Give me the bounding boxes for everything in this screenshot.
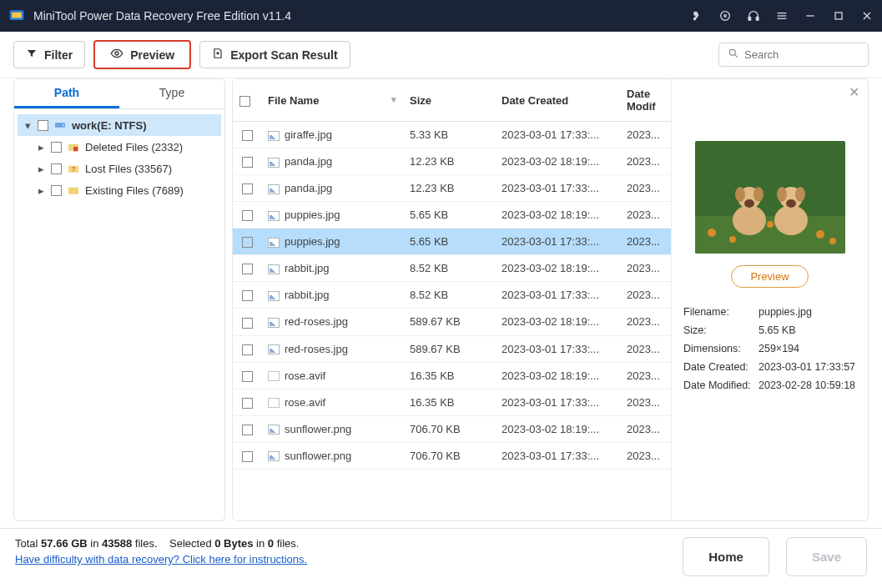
row-checkbox[interactable]	[242, 425, 253, 435]
table-row[interactable]: giraffe.jpg5.33 KB2023-03-01 17:33:...20…	[233, 122, 671, 148]
file-date-modified: 2023...	[620, 442, 671, 469]
col-date-created[interactable]: Date Created	[495, 79, 620, 122]
row-checkbox[interactable]	[242, 210, 253, 221]
checkbox[interactable]	[51, 142, 62, 153]
preview-label: Preview	[130, 48, 174, 62]
file-date-created: 2023-03-02 18:19:...	[495, 415, 620, 442]
svg-point-38	[795, 187, 805, 202]
svg-point-25	[708, 229, 716, 237]
svg-rect-19	[73, 147, 78, 151]
table-row[interactable]: rose.avif16.35 KB2023-03-01 17:33:...202…	[233, 389, 671, 415]
meta-dim-key: Dimensions:	[683, 343, 759, 354]
meta-created-val: 2023-03-01 17:33:57	[759, 361, 856, 373]
chevron-right-icon[interactable]: ▸	[36, 163, 46, 175]
file-date-created: 2023-03-01 17:33:...	[495, 175, 620, 202]
row-checkbox[interactable]	[242, 318, 253, 329]
file-date-modified: 2023...	[620, 122, 671, 148]
table-row[interactable]: rose.avif16.35 KB2023-03-02 18:19:...202…	[233, 362, 671, 389]
file-type-icon	[268, 451, 280, 461]
meta-filename-key: Filename:	[683, 306, 759, 318]
col-filename[interactable]: File Name▾	[261, 79, 403, 122]
row-checkbox[interactable]	[242, 183, 253, 194]
tree: ▾ work(E: NTFS) ▸ Deleted Files (2332) ▸…	[14, 109, 224, 206]
svg-rect-8	[778, 18, 787, 19]
svg-text:?: ?	[72, 166, 75, 172]
tree-root[interactable]: ▾ work(E: NTFS)	[18, 114, 221, 136]
table-row[interactable]: sunflower.png706.70 KB2023-03-02 18:19:.…	[233, 415, 671, 442]
tree-item-label: Lost Files (33567)	[85, 163, 172, 175]
tree-item-deleted[interactable]: ▸ Deleted Files (2332)	[18, 136, 221, 158]
search-input[interactable]	[744, 48, 882, 61]
minimize-icon[interactable]	[804, 9, 817, 23]
help-link[interactable]: Have difficulty with data recovery? Clic…	[15, 553, 307, 565]
key-icon[interactable]	[690, 9, 703, 23]
disc-icon[interactable]	[718, 9, 732, 23]
maximize-icon[interactable]	[832, 9, 845, 23]
menu-icon[interactable]	[775, 9, 789, 23]
row-checkbox[interactable]	[242, 398, 253, 409]
col-size[interactable]: Size	[403, 79, 495, 122]
svg-line-15	[735, 55, 738, 58]
meta-dim-val: 259×194	[759, 343, 856, 354]
file-size: 8.52 KB	[403, 282, 495, 309]
preview-button[interactable]: Preview	[93, 40, 191, 69]
svg-point-29	[767, 221, 774, 228]
tab-type[interactable]: Type	[119, 79, 224, 108]
chevron-right-icon[interactable]: ▸	[36, 184, 46, 197]
table-row[interactable]: red-roses.jpg589.67 KB2023-03-02 18:19:.…	[233, 309, 671, 335]
file-name: panda.jpg	[285, 155, 332, 168]
row-checkbox[interactable]	[242, 451, 253, 462]
row-checkbox[interactable]	[242, 130, 253, 141]
table-row[interactable]: puppies.jpg5.65 KB2023-03-02 18:19:...20…	[233, 202, 671, 229]
export-button[interactable]: Export Scan Result	[199, 41, 350, 68]
table-row[interactable]: panda.jpg12.23 KB2023-03-01 17:33:...202…	[233, 175, 671, 202]
tab-path[interactable]: Path	[14, 79, 119, 108]
checkbox[interactable]	[38, 120, 48, 131]
tree-item-lost[interactable]: ▸ ? Lost Files (33567)	[18, 158, 221, 179]
headphones-icon[interactable]	[747, 9, 760, 23]
meta-modified-val: 2023-02-28 10:59:18	[759, 379, 856, 391]
svg-point-2	[721, 12, 730, 21]
row-checkbox[interactable]	[242, 344, 253, 355]
svg-point-26	[729, 236, 736, 243]
search-box[interactable]	[718, 43, 869, 67]
checkbox[interactable]	[51, 163, 62, 174]
home-button[interactable]: Home	[683, 537, 769, 576]
file-date-created: 2023-03-02 18:19:...	[495, 309, 620, 335]
table-row[interactable]: red-roses.jpg589.67 KB2023-03-01 17:33:.…	[233, 335, 671, 362]
chevron-right-icon[interactable]: ▸	[36, 141, 46, 153]
table-row[interactable]: rabbit.jpg8.52 KB2023-03-01 17:33:...202…	[233, 282, 671, 309]
filter-button[interactable]: Filter	[13, 41, 85, 68]
save-button[interactable]: Save	[786, 537, 867, 576]
file-name: rabbit.jpg	[285, 289, 329, 301]
row-checkbox[interactable]	[242, 237, 253, 248]
row-checkbox[interactable]	[242, 264, 253, 274]
file-type-icon	[268, 318, 280, 328]
file-date-modified: 2023...	[620, 229, 671, 255]
folder-icon	[67, 183, 80, 197]
select-all-checkbox[interactable]	[239, 96, 250, 107]
row-checkbox[interactable]	[242, 290, 253, 301]
preview-thumbnail	[695, 141, 845, 254]
toolbar: Filter Preview Export Scan Result	[0, 32, 882, 78]
row-checkbox[interactable]	[242, 157, 253, 168]
preview-open-button[interactable]: Preview	[731, 265, 808, 288]
svg-point-37	[777, 187, 787, 202]
svg-rect-22	[68, 188, 78, 194]
filter-label: Filter	[44, 48, 73, 62]
chevron-down-icon[interactable]: ▾	[23, 119, 33, 132]
table-row[interactable]: sunflower.png706.70 KB2023-03-01 17:33:.…	[233, 442, 671, 469]
checkbox[interactable]	[51, 185, 62, 196]
table-row[interactable]: panda.jpg12.23 KB2023-03-02 18:19:...202…	[233, 148, 671, 175]
file-size: 706.70 KB	[403, 415, 495, 442]
svg-rect-4	[748, 17, 751, 20]
table-row[interactable]: puppies.jpg5.65 KB2023-03-01 17:33:...20…	[233, 229, 671, 255]
row-checkbox[interactable]	[242, 371, 253, 382]
svg-point-34	[744, 199, 754, 208]
file-size: 12.23 KB	[403, 148, 495, 175]
close-preview-icon[interactable]: ✕	[849, 84, 859, 100]
tree-item-existing[interactable]: ▸ Existing Files (7689)	[18, 179, 221, 201]
table-row[interactable]: rabbit.jpg8.52 KB2023-03-02 18:19:...202…	[233, 255, 671, 282]
close-icon[interactable]	[860, 9, 874, 23]
col-date-modified[interactable]: Date Modif	[620, 79, 672, 122]
